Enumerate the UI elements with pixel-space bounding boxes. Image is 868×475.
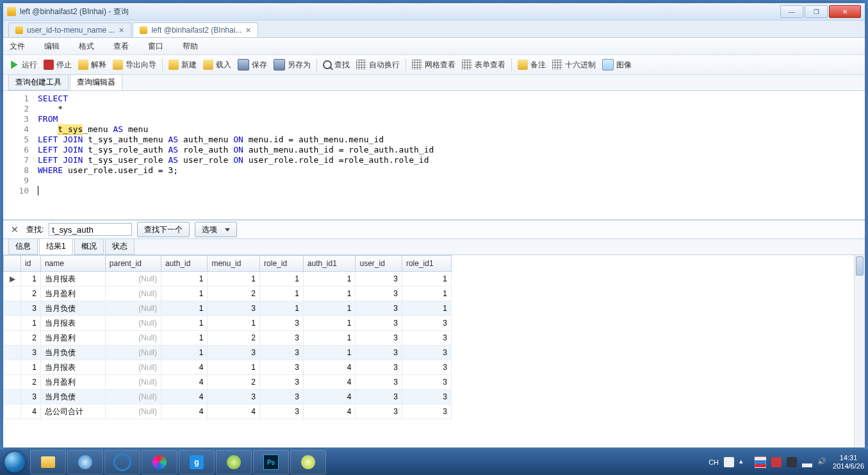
- table-row[interactable]: 2当月盈利(Null)423433: [4, 375, 452, 390]
- table-cell[interactable]: 1: [260, 287, 304, 301]
- table-cell[interactable]: 3: [356, 316, 402, 331]
- tray-icon[interactable]: [787, 457, 797, 467]
- find-next-button[interactable]: 查找下一个: [137, 222, 190, 237]
- tab-query-builder[interactable]: 查询创建工具: [8, 74, 69, 90]
- table-cell[interactable]: 4: [161, 375, 208, 390]
- table-cell[interactable]: 1: [208, 360, 260, 375]
- table-cell[interactable]: 3: [356, 346, 402, 360]
- result-grid[interactable]: idnameparent_idauth_idmenu_idrole_idauth…: [3, 255, 865, 447]
- tab-query-editor[interactable]: 查询编辑器: [70, 74, 122, 90]
- table-cell[interactable]: 1: [161, 287, 208, 301]
- table-cell[interactable]: 4: [303, 404, 356, 419]
- table-row[interactable]: 1当月报表(Null)113133: [4, 316, 452, 331]
- save-button[interactable]: 保存: [234, 57, 270, 72]
- close-button[interactable]: ✕: [829, 5, 861, 18]
- table-row[interactable]: 3当月负债(Null)133133: [4, 346, 452, 360]
- table-cell[interactable]: 1: [21, 316, 41, 331]
- table-cell[interactable]: 4: [303, 375, 356, 390]
- network-icon[interactable]: [802, 457, 812, 467]
- table-cell[interactable]: 1: [303, 287, 356, 301]
- table-cell[interactable]: 3: [402, 390, 451, 404]
- table-row[interactable]: ▶1当月报表(Null)111131: [4, 272, 452, 287]
- table-cell[interactable]: 1: [260, 272, 304, 287]
- table-cell[interactable]: 当月报表: [40, 316, 105, 331]
- table-row[interactable]: 4总公司合计(Null)443433: [4, 404, 452, 419]
- table-cell[interactable]: 3: [260, 331, 304, 346]
- table-cell[interactable]: 2: [208, 287, 260, 301]
- taskbar-item-app4[interactable]: [290, 450, 326, 474]
- table-cell[interactable]: 3: [402, 316, 451, 331]
- table-cell[interactable]: (Null): [105, 331, 161, 346]
- table-cell[interactable]: 2: [208, 375, 260, 390]
- table-cell[interactable]: 3: [356, 331, 402, 346]
- table-cell[interactable]: 3: [402, 360, 451, 375]
- table-row[interactable]: 3当月负债(Null)433433: [4, 390, 452, 404]
- taskbar-item-app3[interactable]: [216, 450, 252, 474]
- table-cell[interactable]: 3: [260, 346, 304, 360]
- ime-indicator[interactable]: CH: [708, 458, 719, 466]
- table-cell[interactable]: 3: [260, 404, 304, 419]
- saveas-button[interactable]: 另存为: [270, 57, 314, 72]
- minimize-button[interactable]: —: [780, 5, 803, 18]
- table-cell[interactable]: 1: [161, 272, 208, 287]
- table-cell[interactable]: 3: [402, 375, 451, 390]
- table-cell[interactable]: 1: [161, 316, 208, 331]
- column-header[interactable]: role_id1: [402, 256, 451, 272]
- table-cell[interactable]: 3: [21, 346, 41, 360]
- title-bar[interactable]: left @binhaifast2 (BInhai) - 查询 — ❐ ✕: [3, 3, 865, 21]
- taskbar-item-browser[interactable]: [67, 450, 103, 474]
- table-cell[interactable]: 4: [21, 404, 41, 419]
- gridview-button[interactable]: 网格查看: [409, 57, 459, 72]
- table-row[interactable]: 3当月负债(Null)131131: [4, 301, 452, 316]
- system-tray[interactable]: CH ▴ 🔊 14:31 2014/6/26: [708, 454, 868, 471]
- note-button[interactable]: 备注: [514, 57, 549, 72]
- find-options-button[interactable]: 选项: [195, 222, 236, 237]
- table-cell[interactable]: 当月盈利: [40, 331, 105, 346]
- table-cell[interactable]: (Null): [105, 390, 161, 404]
- table-cell[interactable]: [4, 375, 21, 390]
- table-cell[interactable]: 4: [303, 390, 356, 404]
- table-cell[interactable]: 当月负债: [40, 301, 105, 316]
- table-cell[interactable]: 3: [260, 390, 304, 404]
- table-cell[interactable]: 1: [402, 272, 451, 287]
- taskbar-item-explorer[interactable]: [30, 450, 66, 474]
- table-cell[interactable]: 3: [21, 301, 41, 316]
- table-cell[interactable]: 3: [402, 331, 451, 346]
- table-cell[interactable]: (Null): [105, 287, 161, 301]
- tab-status[interactable]: 状态: [105, 238, 135, 254]
- taskbar-item-app1[interactable]: [142, 450, 177, 474]
- column-header[interactable]: auth_id1: [303, 256, 356, 272]
- tray-icon[interactable]: [724, 457, 734, 467]
- table-cell[interactable]: (Null): [105, 375, 161, 390]
- table-cell[interactable]: 3: [260, 360, 304, 375]
- table-cell[interactable]: (Null): [105, 316, 161, 331]
- table-cell[interactable]: [4, 316, 21, 331]
- table-cell[interactable]: 3: [356, 287, 402, 301]
- table-row[interactable]: 2当月盈利(Null)121131: [4, 287, 452, 301]
- table-cell[interactable]: [4, 390, 21, 404]
- table-cell[interactable]: 1: [21, 360, 41, 375]
- tab-close-icon[interactable]: ✕: [119, 26, 124, 35]
- table-cell[interactable]: [4, 331, 21, 346]
- table-cell[interactable]: 1: [303, 346, 356, 360]
- find-button[interactable]: 查找: [320, 57, 353, 72]
- table-cell[interactable]: 3: [208, 390, 260, 404]
- table-cell[interactable]: 4: [208, 404, 260, 419]
- menu-help[interactable]: 帮助: [183, 41, 198, 52]
- table-cell[interactable]: ▶: [4, 272, 21, 287]
- scrollbar-thumb[interactable]: [856, 256, 864, 276]
- table-cell[interactable]: 3: [356, 301, 402, 316]
- new-button[interactable]: 新建: [165, 57, 200, 72]
- taskbar-item-ie[interactable]: [104, 450, 140, 474]
- load-button[interactable]: 载入: [200, 57, 234, 72]
- table-cell[interactable]: [4, 360, 21, 375]
- table-cell[interactable]: 当月负债: [40, 346, 105, 360]
- table-cell[interactable]: 4: [161, 360, 208, 375]
- table-cell[interactable]: 1: [303, 316, 356, 331]
- table-cell[interactable]: 当月盈利: [40, 287, 105, 301]
- column-header[interactable]: parent_id: [105, 256, 161, 272]
- column-header[interactable]: menu_id: [208, 256, 260, 272]
- scrollbar-vertical[interactable]: [854, 255, 865, 447]
- table-cell[interactable]: 2: [21, 287, 41, 301]
- table-cell[interactable]: (Null): [105, 301, 161, 316]
